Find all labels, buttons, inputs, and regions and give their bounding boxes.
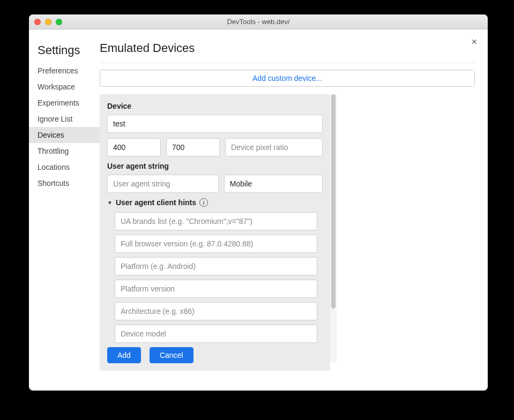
device-section-label: Device bbox=[107, 102, 323, 110]
scrollbar-track[interactable] bbox=[330, 94, 337, 362]
add-custom-device-button[interactable]: Add custom device... bbox=[100, 70, 475, 87]
close-icon[interactable]: × bbox=[471, 37, 477, 47]
ua-string-input[interactable] bbox=[107, 175, 219, 193]
ua-architecture-input[interactable] bbox=[115, 302, 317, 320]
ua-brands-input[interactable] bbox=[115, 212, 317, 230]
devtools-window: DevTools - web.dev/ × Settings Preferenc… bbox=[29, 14, 488, 391]
titlebar: DevTools - web.dev/ bbox=[29, 14, 488, 29]
device-form: Device User agent string Mobile bbox=[100, 94, 330, 371]
minimize-window-icon[interactable] bbox=[45, 19, 51, 25]
window-title: DevTools - web.dev/ bbox=[29, 18, 488, 26]
sidebar-item-experiments[interactable]: Experiments bbox=[29, 95, 100, 111]
scrollbar-thumb[interactable] bbox=[331, 94, 336, 309]
device-width-input[interactable] bbox=[107, 138, 161, 156]
sidebar-item-workspace[interactable]: Workspace bbox=[29, 79, 100, 95]
content-area: × Settings Preferences Workspace Experim… bbox=[29, 29, 488, 391]
settings-header: Settings bbox=[29, 41, 100, 63]
traffic-lights bbox=[29, 19, 62, 25]
ua-client-hints-label: User agent client hints bbox=[116, 198, 196, 207]
sidebar-item-ignore-list[interactable]: Ignore List bbox=[29, 111, 100, 127]
ua-section-label: User agent string bbox=[107, 162, 323, 170]
main-panel: Emulated Devices Add custom device... De… bbox=[100, 29, 488, 391]
settings-sidebar: Settings Preferences Workspace Experimen… bbox=[29, 29, 100, 391]
ua-client-hints-toggle[interactable]: ▼ User agent client hints i bbox=[107, 198, 323, 207]
ua-type-select[interactable]: Mobile bbox=[224, 175, 323, 193]
info-icon[interactable]: i bbox=[199, 198, 208, 207]
form-actions: Add Cancel bbox=[107, 347, 323, 363]
sidebar-item-locations[interactable]: Locations bbox=[29, 159, 100, 175]
ua-platform-version-input[interactable] bbox=[115, 280, 317, 298]
ua-device-model-input[interactable] bbox=[115, 325, 317, 343]
page-title: Emulated Devices bbox=[100, 41, 475, 63]
sidebar-item-throttling[interactable]: Throttling bbox=[29, 143, 100, 159]
cancel-button[interactable]: Cancel bbox=[150, 347, 193, 363]
ua-platform-input[interactable] bbox=[115, 257, 317, 275]
ua-full-version-input[interactable] bbox=[115, 235, 317, 253]
sidebar-item-shortcuts[interactable]: Shortcuts bbox=[29, 175, 100, 191]
ua-client-hints-group bbox=[107, 212, 323, 343]
close-window-icon[interactable] bbox=[34, 19, 41, 25]
chevron-down-icon: ▼ bbox=[107, 200, 113, 206]
device-pixel-ratio-input[interactable] bbox=[225, 138, 323, 156]
maximize-window-icon[interactable] bbox=[56, 19, 62, 25]
sidebar-item-preferences[interactable]: Preferences bbox=[29, 63, 100, 79]
sidebar-item-devices[interactable]: Devices bbox=[29, 127, 100, 143]
add-button[interactable]: Add bbox=[107, 347, 141, 363]
device-height-input[interactable] bbox=[166, 138, 220, 156]
device-name-input[interactable] bbox=[107, 115, 323, 133]
